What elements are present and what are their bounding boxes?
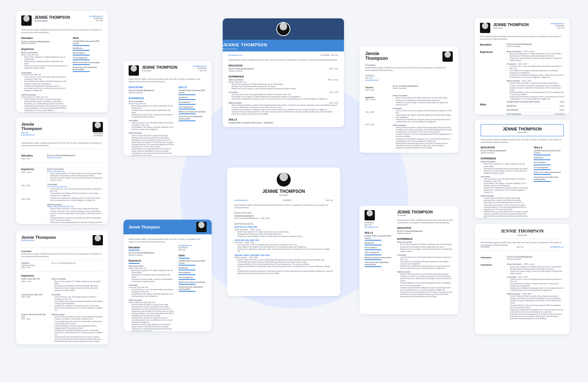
resume-template-11[interactable]: JENNIE THOMPSON Accountant Detail-orient… (475, 120, 570, 218)
avatar (93, 235, 103, 245)
person-role: Accountant (35, 19, 70, 22)
avatar (442, 51, 453, 62)
avatar (480, 23, 490, 33)
template-gallery: JENNIE THOMPSON Accountant jennie@email.… (0, 0, 588, 382)
resume-template-4[interactable]: JENNIE THOMPSON Accountant jennie@email.… (123, 61, 212, 156)
avatar (276, 22, 290, 36)
summary: Detail-oriented, highly motivated accoun… (21, 29, 103, 34)
resume-template-5[interactable]: Jennie Thompson Detail-oriented, highly … (123, 220, 212, 331)
resume-template-8[interactable]: JennieThompson Accountant Detail-oriente… (359, 46, 459, 153)
avatar (21, 15, 32, 26)
resume-template-7[interactable]: JENNIE THOMPSON Accountant jennie@email.… (227, 167, 340, 296)
avatar (129, 65, 139, 76)
header-bar (223, 18, 344, 40)
avatar (93, 122, 103, 132)
resume-template-3[interactable]: Jennie Thompson jennie@email.com Account… (16, 231, 108, 345)
avatar (365, 210, 375, 220)
person-name: JENNIE THOMPSON (35, 15, 70, 19)
resume-template-9[interactable]: 8123456522 New York jennie@email.com SKI… (359, 206, 459, 314)
resume-template-10[interactable]: JENNIE THOMPSONAccountant jennie@email.c… (475, 18, 570, 115)
resume-template-1[interactable]: JENNIE THOMPSON Accountant jennie@email.… (16, 11, 108, 112)
avatar (277, 173, 291, 187)
resume-template-12[interactable]: JENNIE THOMPSON Accountant Detail-orient… (475, 224, 570, 334)
resume-template-6[interactable]: JENNIE THOMPSONAccountant jennie@email.c… (223, 18, 344, 127)
name-strip: JENNIE THOMPSONAccountant (223, 40, 344, 51)
avatar (196, 222, 207, 232)
resume-template-2[interactable]: JennieThompson New York jennie@email.com… (16, 118, 108, 224)
